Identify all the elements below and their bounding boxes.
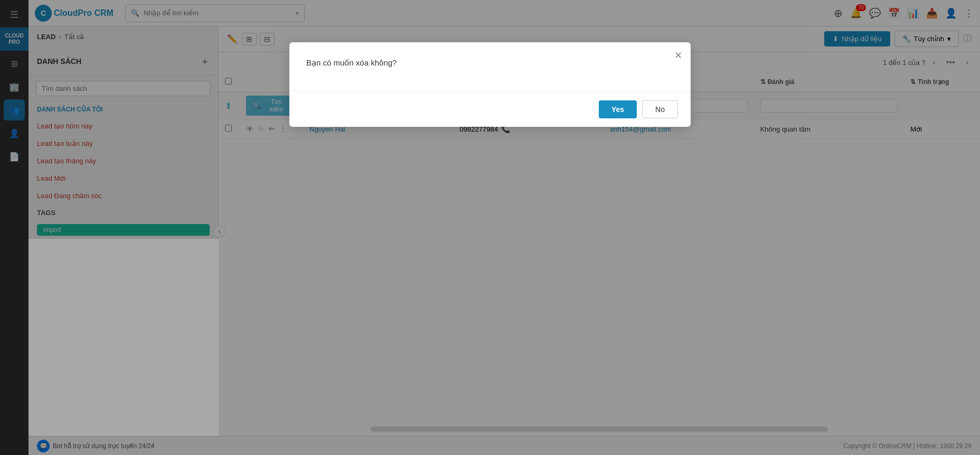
modal-footer: Yes No <box>289 91 691 127</box>
confirm-modal: ✕ Bạn có muốn xóa không? Yes No <box>289 42 691 127</box>
modal-message: Bạn có muốn xóa không? <box>306 58 397 67</box>
confirm-no-button[interactable]: No <box>642 100 678 118</box>
confirm-yes-button[interactable]: Yes <box>599 100 637 118</box>
modal-close-button[interactable]: ✕ <box>674 50 682 61</box>
modal-overlay: ✕ Bạn có muốn xóa không? Yes No <box>0 0 980 455</box>
